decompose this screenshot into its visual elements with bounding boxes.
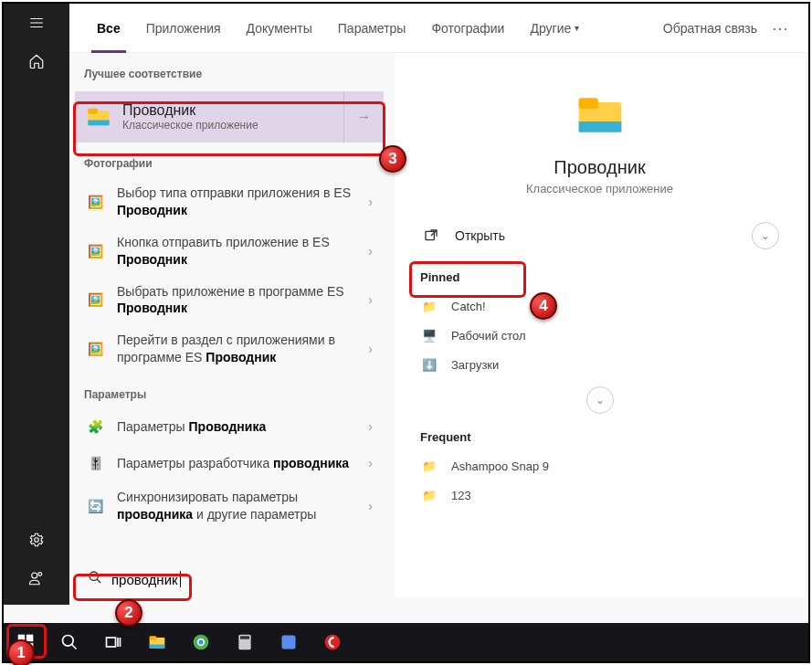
detail-pane: Проводник Классическое приложение Открыт… [395, 53, 805, 597]
tab-all[interactable]: Все [84, 4, 133, 53]
photo-thumb-icon: 🖼️ [84, 191, 106, 213]
svg-rect-19 [150, 645, 165, 649]
section-best-match: Лучшее соответствие [69, 53, 391, 88]
svg-rect-11 [18, 635, 26, 642]
taskbar-search-button[interactable] [47, 623, 91, 661]
photo-thumb-icon: 🖼️ [84, 338, 106, 360]
svg-rect-4 [88, 109, 98, 114]
svg-point-0 [35, 538, 39, 543]
rail-home-button[interactable] [4, 42, 69, 80]
download-icon: ⬇️ [420, 355, 438, 374]
param-result[interactable]: 🔄 Синхронизировать параметры проводника … [69, 481, 391, 531]
sync-icon: 🔄 [84, 495, 106, 517]
photo-result[interactable]: 🖼️ Выбрать приложение в программе ES Про… [69, 276, 391, 325]
photo-result[interactable]: 🖼️ Перейти в раздел с приложениями в про… [69, 324, 391, 374]
taskbar [4, 623, 808, 661]
feedback-link[interactable]: Обратная связь [663, 21, 757, 36]
folder-icon: 📁 [420, 297, 438, 315]
tab-documents[interactable]: Документы [234, 4, 325, 53]
chevron-right-icon: › [364, 292, 376, 307]
svg-rect-8 [578, 98, 597, 109]
tab-more[interactable]: Другие ▾ [517, 4, 592, 53]
best-match-item[interactable]: Проводник Классическое приложение → [75, 91, 384, 142]
search-nav: Все Приложения Документы Параметры Фотог… [69, 4, 808, 53]
start-button[interactable] [4, 623, 47, 661]
tab-photos[interactable]: Фотографии [418, 4, 517, 53]
chevron-right-icon: › [364, 499, 376, 513]
chevron-right-icon: › [364, 456, 376, 470]
svg-rect-13 [18, 643, 26, 650]
svg-point-1 [32, 573, 37, 578]
param-result[interactable]: 🧩 Параметры Проводника › [69, 408, 391, 445]
pinned-header: Pinned [420, 270, 783, 284]
task-view-button[interactable] [91, 623, 135, 661]
taskbar-ccleaner-icon[interactable] [311, 623, 354, 661]
frequent-item[interactable]: 📁Ashampoo Snap 9 [417, 451, 783, 480]
pinned-item[interactable]: ⬇️Загрузки [417, 350, 783, 379]
rail-menu-button[interactable] [4, 4, 69, 42]
chevron-right-icon: › [364, 342, 376, 356]
tab-apps[interactable]: Приложения [133, 4, 234, 53]
section-params: Параметры [69, 374, 391, 408]
frequent-header: Frequent [420, 430, 783, 444]
svg-rect-14 [26, 643, 34, 650]
svg-rect-5 [88, 121, 109, 126]
svg-point-15 [63, 636, 74, 647]
param-result[interactable]: 🎚️ Параметры разработчика проводника › [69, 445, 391, 481]
text-cursor [180, 571, 181, 587]
dev-settings-icon: 🎚️ [84, 452, 106, 474]
folder-icon: 📁 [420, 486, 438, 504]
taskbar-app-icon[interactable] [267, 623, 311, 661]
chevron-right-icon: › [364, 244, 376, 259]
photo-result[interactable]: 🖼️ Кнопка отправить приложение в ES Пров… [69, 227, 391, 276]
taskbar-calc-icon[interactable] [223, 623, 267, 661]
photo-thumb-icon: 🖼️ [84, 240, 106, 262]
tab-settings[interactable]: Параметры [325, 4, 419, 53]
search-input[interactable]: проводник [111, 572, 178, 587]
frequent-item[interactable]: 📁123 [417, 480, 783, 510]
best-match-subtitle: Классическое приложение [122, 119, 258, 132]
pinned-item[interactable]: 📁Catch! [417, 291, 783, 321]
detail-subtitle: Классическое приложение [526, 182, 673, 195]
start-rail [4, 4, 69, 605]
svg-point-22 [199, 640, 204, 645]
pinned-item[interactable]: 🖥️Рабочий стол [417, 321, 783, 350]
svg-point-2 [38, 573, 42, 576]
svg-rect-18 [150, 636, 157, 639]
rail-settings-button[interactable] [4, 521, 69, 559]
settings-app-icon: 🧩 [84, 416, 106, 438]
svg-rect-10 [426, 231, 434, 239]
file-explorer-large-icon [575, 90, 626, 141]
detail-title: Проводник [554, 157, 645, 178]
taskbar-chrome-icon[interactable] [179, 623, 223, 661]
svg-rect-24 [240, 636, 249, 639]
chevron-right-icon: › [364, 419, 376, 434]
svg-rect-16 [107, 638, 116, 647]
photo-thumb-icon: 🖼️ [84, 289, 106, 311]
svg-rect-9 [578, 121, 621, 132]
chevron-down-icon[interactable]: ⌄ [586, 386, 614, 414]
chevron-down-icon[interactable]: ⌄ [752, 222, 779, 249]
folder-icon: 📁 [420, 457, 438, 475]
open-action[interactable]: Открыть ⌄ [417, 217, 783, 254]
desktop-icon: 🖥️ [420, 326, 438, 344]
best-match-expand-icon[interactable]: → [343, 91, 384, 142]
file-explorer-icon [86, 104, 111, 130]
svg-point-6 [90, 572, 98, 580]
results-column: Лучшее соответствие Проводник Классическ… [69, 53, 391, 597]
taskbar-explorer-icon[interactable] [135, 623, 179, 661]
nav-more-icon[interactable]: ⋯ [766, 18, 794, 38]
svg-rect-12 [26, 635, 34, 642]
section-photos: Фотографии [69, 142, 391, 177]
open-icon [420, 228, 442, 243]
best-match-title: Проводник [122, 102, 258, 119]
svg-rect-25 [282, 636, 296, 649]
chevron-right-icon: › [364, 195, 376, 209]
rail-account-button[interactable] [4, 559, 69, 597]
photo-result[interactable]: 🖼️ Выбор типа отправки приложения в ES П… [69, 177, 391, 227]
search-icon [88, 570, 102, 588]
